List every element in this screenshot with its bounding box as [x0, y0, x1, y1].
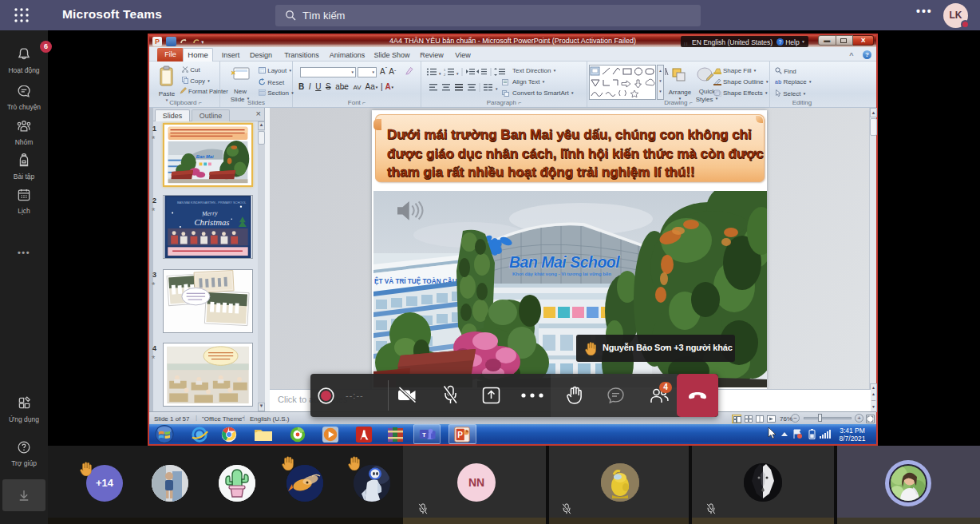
- svg-text:1: 1: [444, 68, 446, 72]
- svg-text:Merry: Merry: [201, 209, 219, 217]
- svg-text:P: P: [457, 431, 463, 439]
- svg-text:2: 2: [444, 73, 446, 77]
- svg-text:Christmas: Christmas: [194, 217, 229, 227]
- svg-text:▼: ▼: [456, 72, 459, 76]
- svg-text:Khơi dậy khát vọng - Vì tương: Khơi dậy khát vọng - Vì tương lai vững b…: [512, 272, 611, 276]
- svg-text:T: T: [422, 431, 426, 439]
- svg-text:▼: ▼: [438, 72, 441, 76]
- svg-text:▼: ▼: [495, 87, 498, 91]
- svg-text:Ban Mai: Ban Mai: [196, 154, 214, 159]
- svg-text:Ban Mai School: Ban Mai School: [509, 253, 620, 271]
- svg-text:BAN MAI KINDERGARTEN - PRIMARY: BAN MAI KINDERGARTEN - PRIMARY SCHOOL: [177, 200, 247, 204]
